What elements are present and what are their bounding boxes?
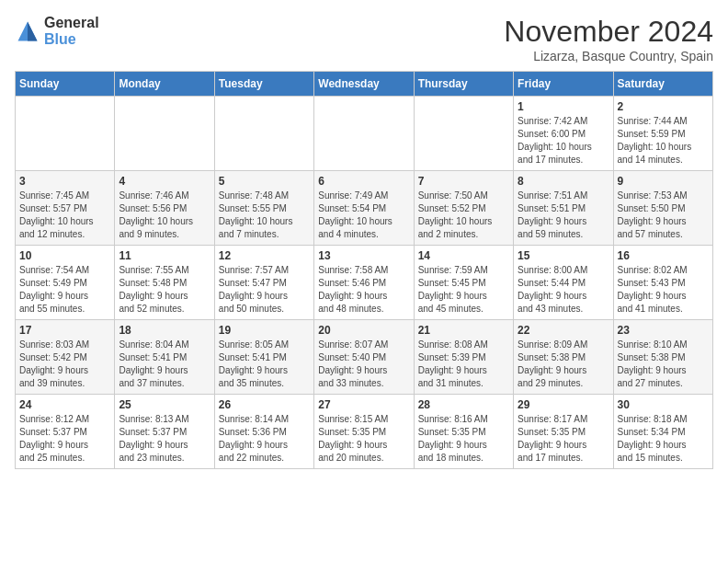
calendar-cell: 30Sunrise: 8:18 AM Sunset: 5:34 PM Dayli… bbox=[613, 395, 712, 469]
day-number: 3 bbox=[19, 175, 110, 188]
calendar-cell: 2Sunrise: 7:44 AM Sunset: 5:59 PM Daylig… bbox=[613, 97, 712, 171]
day-number: 24 bbox=[19, 398, 110, 411]
day-number: 30 bbox=[618, 398, 709, 411]
calendar-cell: 8Sunrise: 7:51 AM Sunset: 5:51 PM Daylig… bbox=[514, 171, 613, 246]
day-number: 11 bbox=[119, 249, 210, 262]
header-cell-monday: Monday bbox=[115, 72, 214, 97]
day-info: Sunrise: 8:15 AM Sunset: 5:35 PM Dayligh… bbox=[318, 413, 409, 465]
calendar-header: SundayMondayTuesdayWednesdayThursdayFrid… bbox=[16, 72, 713, 97]
day-number: 5 bbox=[219, 175, 310, 188]
calendar-cell: 29Sunrise: 8:17 AM Sunset: 5:35 PM Dayli… bbox=[514, 395, 613, 469]
day-number: 25 bbox=[119, 398, 210, 411]
day-number: 15 bbox=[518, 249, 609, 262]
day-number: 18 bbox=[119, 324, 210, 337]
calendar-cell: 7Sunrise: 7:50 AM Sunset: 5:52 PM Daylig… bbox=[414, 171, 513, 246]
day-info: Sunrise: 7:49 AM Sunset: 5:54 PM Dayligh… bbox=[318, 190, 409, 241]
day-info: Sunrise: 7:58 AM Sunset: 5:46 PM Dayligh… bbox=[318, 264, 409, 316]
calendar-cell: 14Sunrise: 7:59 AM Sunset: 5:45 PM Dayli… bbox=[414, 246, 513, 320]
calendar-cell: 11Sunrise: 7:55 AM Sunset: 5:48 PM Dayli… bbox=[115, 246, 214, 320]
day-info: Sunrise: 8:07 AM Sunset: 5:40 PM Dayligh… bbox=[318, 339, 409, 390]
calendar-cell: 4Sunrise: 7:46 AM Sunset: 5:56 PM Daylig… bbox=[115, 171, 214, 246]
calendar-week-2: 3Sunrise: 7:45 AM Sunset: 5:57 PM Daylig… bbox=[16, 171, 713, 246]
day-number: 29 bbox=[518, 398, 609, 411]
day-number: 23 bbox=[618, 324, 709, 337]
day-info: Sunrise: 8:02 AM Sunset: 5:43 PM Dayligh… bbox=[618, 264, 709, 316]
day-info: Sunrise: 8:18 AM Sunset: 5:34 PM Dayligh… bbox=[618, 413, 709, 465]
day-info: Sunrise: 7:44 AM Sunset: 5:59 PM Dayligh… bbox=[618, 115, 709, 167]
header-row: SundayMondayTuesdayWednesdayThursdayFrid… bbox=[16, 72, 713, 97]
calendar-cell: 3Sunrise: 7:45 AM Sunset: 5:57 PM Daylig… bbox=[16, 171, 115, 246]
day-info: Sunrise: 8:14 AM Sunset: 5:36 PM Dayligh… bbox=[219, 413, 310, 465]
calendar-cell bbox=[214, 97, 313, 171]
calendar-cell bbox=[314, 97, 414, 171]
calendar-cell: 9Sunrise: 7:53 AM Sunset: 5:50 PM Daylig… bbox=[613, 171, 712, 246]
day-number: 26 bbox=[219, 398, 310, 411]
logo-icon bbox=[15, 18, 40, 44]
day-info: Sunrise: 7:45 AM Sunset: 5:57 PM Dayligh… bbox=[19, 190, 110, 241]
title-block: November 2024 Lizarza, Basque Country, S… bbox=[504, 15, 713, 63]
calendar-week-1: 1Sunrise: 7:42 AM Sunset: 6:00 PM Daylig… bbox=[16, 97, 713, 171]
day-info: Sunrise: 7:54 AM Sunset: 5:49 PM Dayligh… bbox=[19, 264, 110, 316]
month-title: November 2024 bbox=[504, 15, 713, 49]
day-number: 1 bbox=[518, 100, 609, 113]
logo-general: General bbox=[44, 15, 99, 31]
calendar-cell: 10Sunrise: 7:54 AM Sunset: 5:49 PM Dayli… bbox=[16, 246, 115, 320]
day-info: Sunrise: 8:17 AM Sunset: 5:35 PM Dayligh… bbox=[518, 413, 609, 465]
calendar-body: 1Sunrise: 7:42 AM Sunset: 6:00 PM Daylig… bbox=[16, 97, 713, 469]
day-info: Sunrise: 8:04 AM Sunset: 5:41 PM Dayligh… bbox=[119, 339, 210, 390]
day-number: 6 bbox=[318, 175, 409, 188]
day-info: Sunrise: 7:59 AM Sunset: 5:45 PM Dayligh… bbox=[418, 264, 509, 316]
calendar-week-3: 10Sunrise: 7:54 AM Sunset: 5:49 PM Dayli… bbox=[16, 246, 713, 320]
calendar-cell: 1Sunrise: 7:42 AM Sunset: 6:00 PM Daylig… bbox=[514, 97, 613, 171]
calendar-cell: 17Sunrise: 8:03 AM Sunset: 5:42 PM Dayli… bbox=[16, 320, 115, 395]
day-number: 17 bbox=[19, 324, 110, 337]
calendar-cell: 5Sunrise: 7:48 AM Sunset: 5:55 PM Daylig… bbox=[214, 171, 313, 246]
day-number: 9 bbox=[618, 175, 709, 188]
header-cell-saturday: Saturday bbox=[613, 72, 712, 97]
calendar-cell: 22Sunrise: 8:09 AM Sunset: 5:38 PM Dayli… bbox=[514, 320, 613, 395]
day-info: Sunrise: 8:10 AM Sunset: 5:38 PM Dayligh… bbox=[618, 339, 709, 390]
day-number: 16 bbox=[618, 249, 709, 262]
calendar-cell: 16Sunrise: 8:02 AM Sunset: 5:43 PM Dayli… bbox=[613, 246, 712, 320]
day-info: Sunrise: 8:03 AM Sunset: 5:42 PM Dayligh… bbox=[19, 339, 110, 390]
day-info: Sunrise: 7:55 AM Sunset: 5:48 PM Dayligh… bbox=[119, 264, 210, 316]
day-number: 21 bbox=[418, 324, 509, 337]
calendar-cell: 15Sunrise: 8:00 AM Sunset: 5:44 PM Dayli… bbox=[514, 246, 613, 320]
calendar-cell: 26Sunrise: 8:14 AM Sunset: 5:36 PM Dayli… bbox=[214, 395, 313, 469]
header-cell-tuesday: Tuesday bbox=[214, 72, 313, 97]
calendar-cell: 12Sunrise: 7:57 AM Sunset: 5:47 PM Dayli… bbox=[214, 246, 313, 320]
day-info: Sunrise: 8:05 AM Sunset: 5:41 PM Dayligh… bbox=[219, 339, 310, 390]
calendar-cell: 6Sunrise: 7:49 AM Sunset: 5:54 PM Daylig… bbox=[314, 171, 414, 246]
page-header: General Blue November 2024 Lizarza, Basq… bbox=[15, 15, 713, 63]
day-number: 14 bbox=[418, 249, 509, 262]
day-info: Sunrise: 7:42 AM Sunset: 6:00 PM Dayligh… bbox=[518, 115, 609, 167]
calendar-cell: 19Sunrise: 8:05 AM Sunset: 5:41 PM Dayli… bbox=[214, 320, 313, 395]
calendar-cell: 28Sunrise: 8:16 AM Sunset: 5:35 PM Dayli… bbox=[414, 395, 513, 469]
header-cell-friday: Friday bbox=[514, 72, 613, 97]
logo-blue: Blue bbox=[44, 31, 99, 48]
day-number: 7 bbox=[418, 175, 509, 188]
calendar-cell: 20Sunrise: 8:07 AM Sunset: 5:40 PM Dayli… bbox=[314, 320, 414, 395]
day-number: 22 bbox=[518, 324, 609, 337]
calendar-cell: 18Sunrise: 8:04 AM Sunset: 5:41 PM Dayli… bbox=[115, 320, 214, 395]
day-info: Sunrise: 8:13 AM Sunset: 5:37 PM Dayligh… bbox=[119, 413, 210, 465]
calendar-cell: 13Sunrise: 7:58 AM Sunset: 5:46 PM Dayli… bbox=[314, 246, 414, 320]
calendar-cell: 27Sunrise: 8:15 AM Sunset: 5:35 PM Dayli… bbox=[314, 395, 414, 469]
day-info: Sunrise: 8:00 AM Sunset: 5:44 PM Dayligh… bbox=[518, 264, 609, 316]
day-number: 4 bbox=[119, 175, 210, 188]
day-info: Sunrise: 8:08 AM Sunset: 5:39 PM Dayligh… bbox=[418, 339, 509, 390]
svg-marker-1 bbox=[28, 21, 38, 40]
day-number: 27 bbox=[318, 398, 409, 411]
logo: General Blue bbox=[15, 15, 99, 47]
day-info: Sunrise: 8:16 AM Sunset: 5:35 PM Dayligh… bbox=[418, 413, 509, 465]
calendar-week-5: 24Sunrise: 8:12 AM Sunset: 5:37 PM Dayli… bbox=[16, 395, 713, 469]
day-info: Sunrise: 8:12 AM Sunset: 5:37 PM Dayligh… bbox=[19, 413, 110, 465]
day-info: Sunrise: 7:57 AM Sunset: 5:47 PM Dayligh… bbox=[219, 264, 310, 316]
day-number: 10 bbox=[19, 249, 110, 262]
calendar-week-4: 17Sunrise: 8:03 AM Sunset: 5:42 PM Dayli… bbox=[16, 320, 713, 395]
calendar-cell bbox=[16, 97, 115, 171]
day-number: 2 bbox=[618, 100, 709, 113]
day-info: Sunrise: 7:53 AM Sunset: 5:50 PM Dayligh… bbox=[618, 190, 709, 241]
day-info: Sunrise: 7:46 AM Sunset: 5:56 PM Dayligh… bbox=[119, 190, 210, 241]
day-number: 19 bbox=[219, 324, 310, 337]
